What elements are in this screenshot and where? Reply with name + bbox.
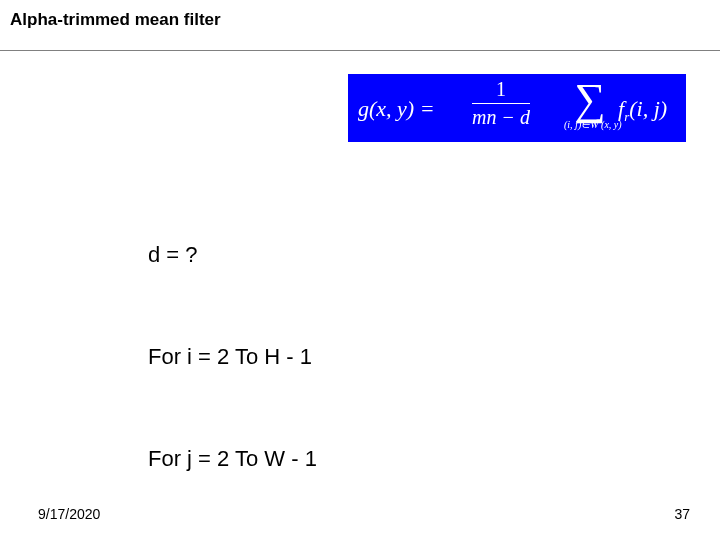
summand-args: (i, j) bbox=[629, 96, 667, 121]
code-line-2: For i = 2 To H - 1 bbox=[148, 340, 510, 374]
formula-lhs: g(x, y) = bbox=[358, 96, 435, 122]
pseudocode-block: d = ? For i = 2 To H - 1 For j = 2 To W … bbox=[148, 170, 510, 540]
formula-fraction: 1 mn − d bbox=[472, 78, 530, 129]
sigma-subscript: (i, j)∈W (x, y) bbox=[564, 120, 616, 130]
fraction-numerator: 1 bbox=[472, 78, 530, 101]
footer-date: 9/17/2020 bbox=[38, 506, 100, 522]
formula-box: g(x, y) = 1 mn − d ∑ (i, j)∈W (x, y) fr(… bbox=[348, 74, 686, 142]
summand: fr(i, j) bbox=[618, 96, 667, 122]
code-line-3: For j = 2 To W - 1 bbox=[148, 442, 510, 476]
title-divider bbox=[0, 50, 720, 51]
slide: Alpha-trimmed mean filter g(x, y) = 1 mn… bbox=[0, 0, 720, 540]
footer-page-number: 37 bbox=[674, 506, 690, 522]
page-title: Alpha-trimmed mean filter bbox=[10, 10, 221, 30]
fraction-bar bbox=[472, 103, 530, 104]
sigma-symbol: ∑ bbox=[564, 78, 616, 122]
code-line-1: d = ? bbox=[148, 238, 510, 272]
summation: ∑ (i, j)∈W (x, y) bbox=[564, 74, 616, 142]
fraction-denominator: mn − d bbox=[472, 106, 530, 129]
formula: g(x, y) = 1 mn − d ∑ (i, j)∈W (x, y) fr(… bbox=[348, 74, 686, 142]
